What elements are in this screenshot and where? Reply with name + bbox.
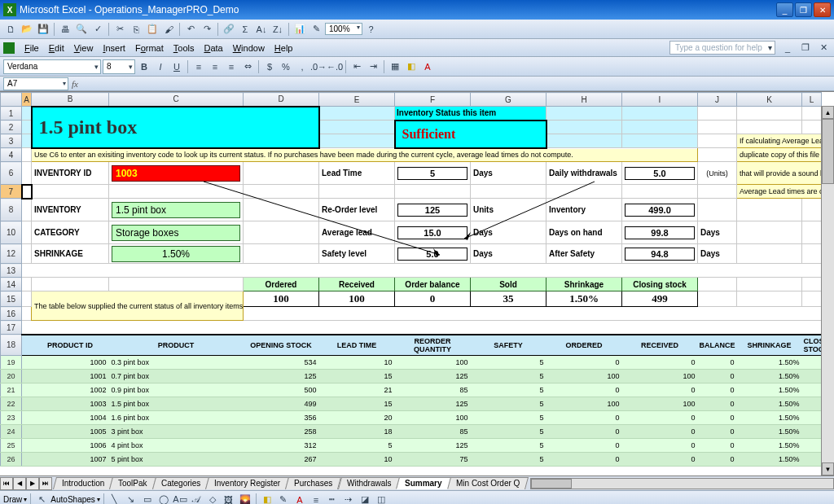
tab-last-button[interactable]: ⏭: [39, 477, 52, 490]
print-icon[interactable]: 🖶: [58, 22, 72, 37]
redo-icon[interactable]: ↷: [200, 22, 214, 37]
tab-first-button[interactable]: ⏮: [0, 477, 13, 490]
arrow-style-icon[interactable]: ⇢: [341, 493, 356, 505]
horizontal-scrollbar[interactable]: [530, 478, 834, 489]
hyperlink-icon[interactable]: 🔗: [222, 22, 236, 37]
menu-format[interactable]: Format: [130, 42, 169, 55]
dash-style-icon[interactable]: ┅: [325, 493, 340, 505]
increase-indent-icon[interactable]: ⇥: [366, 59, 380, 74]
table-row[interactable]: 2610075 pint box267107550001.50%: [1, 452, 822, 466]
tab-next-button[interactable]: ▶: [26, 477, 39, 490]
textbox-icon[interactable]: A▭: [173, 493, 187, 505]
doc-close-button[interactable]: ✕: [816, 41, 831, 55]
name-box[interactable]: A7: [3, 77, 68, 90]
drawing-icon[interactable]: ✎: [309, 22, 323, 37]
sheet-tab[interactable]: Categories: [152, 477, 209, 489]
autoshapes-menu[interactable]: AutoShapes: [50, 495, 95, 504]
menu-data[interactable]: Data: [199, 42, 227, 55]
save-icon[interactable]: 💾: [36, 22, 50, 37]
wordart-icon[interactable]: 𝒜: [189, 493, 204, 505]
font-size-combo[interactable]: 8: [103, 59, 135, 74]
scroll-down-button[interactable]: ▼: [822, 462, 834, 476]
zoom-combo[interactable]: 100%: [325, 23, 362, 35]
vertical-scrollbar[interactable]: ▲ ▼: [821, 106, 834, 476]
sheet-tab[interactable]: Purchases: [285, 477, 341, 489]
3d-icon[interactable]: ◫: [374, 493, 388, 505]
fx-icon[interactable]: fx: [72, 79, 78, 89]
menu-edit[interactable]: Edit: [44, 42, 69, 55]
table-row[interactable]: 2410053 pint box258188550001.50%: [1, 424, 822, 438]
selected-cell[interactable]: [22, 185, 32, 199]
menu-view[interactable]: View: [69, 42, 99, 55]
tab-prev-button[interactable]: ◀: [13, 477, 26, 490]
shadow-icon[interactable]: ◪: [358, 493, 372, 505]
menu-tools[interactable]: Tools: [169, 42, 200, 55]
spell-icon[interactable]: ✓: [90, 22, 105, 37]
draw-menu[interactable]: Draw: [3, 495, 22, 504]
sort-desc-icon[interactable]: Z↓: [270, 22, 285, 37]
menu-file[interactable]: File: [20, 42, 44, 55]
autosum-icon[interactable]: Σ: [238, 22, 252, 37]
decrease-indent-icon[interactable]: ⇤: [349, 59, 364, 74]
table-row[interactable]: 2210031.5 pint box49915125510010001.50%: [1, 397, 822, 410]
font-color-icon[interactable]: A: [420, 59, 435, 74]
diagram-icon[interactable]: ◇: [205, 493, 220, 505]
inventory-id-field[interactable]: 1003: [112, 165, 240, 182]
scroll-thumb[interactable]: [822, 119, 834, 184]
select-objects-icon[interactable]: ↖: [34, 493, 49, 505]
preview-icon[interactable]: 🔍: [74, 22, 89, 37]
row-header[interactable]: 1: [1, 107, 22, 121]
rectangle-icon[interactable]: ▭: [140, 493, 155, 505]
table-row[interactable]: 2110020.9 pint box500218550001.50%: [1, 383, 822, 397]
spreadsheet-grid[interactable]: ABCDEFGHIJKL 1 1.5 pint box Inventory St…: [0, 91, 834, 490]
sheet-tab[interactable]: ToolPak: [109, 477, 156, 489]
paste-icon[interactable]: 📋: [145, 22, 160, 37]
table-row[interactable]: 2310041.6 pint box3562010050001.50%: [1, 410, 822, 424]
decrease-decimal-icon[interactable]: ←.0: [327, 59, 342, 74]
minimize-button[interactable]: _: [776, 2, 793, 17]
percent-icon[interactable]: %: [279, 59, 293, 74]
fill-color-draw-icon[interactable]: ◧: [260, 493, 274, 505]
close-button[interactable]: ✕: [814, 2, 831, 17]
sheet-tab[interactable]: Min Cost Order Q: [447, 477, 529, 489]
sheet-tab[interactable]: Summary: [396, 477, 451, 489]
help-search[interactable]: Type a question for help: [669, 41, 775, 55]
line-color-icon[interactable]: ✎: [276, 493, 291, 505]
doc-restore-button[interactable]: ❐: [798, 41, 813, 55]
align-left-icon[interactable]: ≡: [191, 59, 206, 74]
undo-icon[interactable]: ↶: [183, 22, 198, 37]
underline-button[interactable]: U: [169, 59, 184, 74]
copy-icon[interactable]: ⎘: [129, 22, 143, 37]
oval-icon[interactable]: ◯: [156, 493, 171, 505]
maximize-button[interactable]: ❐: [795, 2, 812, 17]
align-right-icon[interactable]: ≡: [224, 59, 239, 74]
open-icon[interactable]: 📂: [20, 22, 34, 37]
chart-icon[interactable]: 📊: [292, 22, 307, 37]
scroll-up-button[interactable]: ▲: [822, 106, 834, 119]
sheet-tab[interactable]: Withdrawals: [338, 477, 400, 489]
font-name-combo[interactable]: Verdana: [3, 59, 101, 74]
cut-icon[interactable]: ✂: [112, 22, 127, 37]
bold-button[interactable]: B: [137, 59, 151, 74]
new-icon[interactable]: 🗋: [3, 22, 18, 37]
currency-icon[interactable]: $: [262, 59, 277, 74]
borders-icon[interactable]: ▦: [388, 59, 402, 74]
table-row[interactable]: 1910000.3 pint box5341010050001.50%: [1, 355, 822, 369]
menu-window[interactable]: Window: [228, 42, 270, 55]
comma-icon[interactable]: ,: [295, 59, 309, 74]
format-painter-icon[interactable]: 🖌: [161, 22, 176, 37]
fill-color-icon[interactable]: ◧: [404, 59, 419, 74]
workbook-icon[interactable]: [3, 42, 15, 54]
column-headers[interactable]: ABCDEFGHIJKL: [1, 93, 822, 107]
sheet-tab[interactable]: Introduction: [53, 477, 113, 489]
clipart-icon[interactable]: 🖼: [222, 493, 236, 505]
arrow-icon[interactable]: ↘: [124, 493, 138, 505]
italic-button[interactable]: I: [153, 59, 168, 74]
menu-help[interactable]: Help: [270, 42, 298, 55]
picture-icon[interactable]: 🌄: [238, 493, 252, 505]
table-row[interactable]: 2010010.7 pint box12515125510010001.50%: [1, 369, 822, 383]
sort-asc-icon[interactable]: A↓: [254, 22, 269, 37]
font-color-draw-icon[interactable]: A: [292, 493, 307, 505]
line-style-icon[interactable]: ≡: [309, 493, 323, 505]
increase-decimal-icon[interactable]: .0→: [311, 59, 326, 74]
